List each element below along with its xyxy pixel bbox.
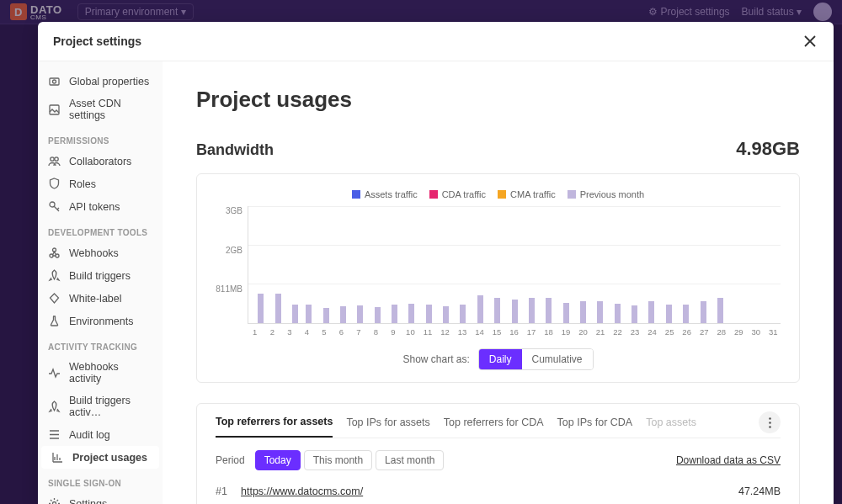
x-tick: 5 [317,327,332,337]
x-tick: 22 [610,327,626,337]
x-tick: 21 [593,327,608,337]
svg-point-4 [55,157,58,161]
bar-previous [615,304,621,323]
bar-day-26 [679,206,693,323]
tab-top-ips-assets[interactable]: Top IPs for assets [346,408,429,437]
tab-top-assets[interactable]: Top assets [646,408,696,437]
bar-previous [340,306,346,323]
nav-asset-cdn-settings[interactable]: Asset CDN settings [38,93,163,126]
svg-point-14 [769,422,771,424]
chart-plot [248,206,781,324]
bar-previous [580,301,586,323]
nav-white-label[interactable]: White-label [38,287,163,310]
page-title: Project usages [196,87,800,113]
project-settings-modal: Project settings Global propertiesAsset … [38,22,834,504]
x-tick: 2 [265,327,280,337]
x-tick: 15 [489,327,504,337]
bar-day-28 [713,206,727,323]
x-tick: 13 [455,327,470,337]
referrer-url-link[interactable]: https://www.datocms.com/ [241,485,738,497]
legend-cma: CMA traffic [498,189,556,199]
tab-top-referrers-cda[interactable]: Top referrers for CDA [444,408,544,437]
nav-build-triggers[interactable]: Build triggers [38,264,163,287]
bar-day-29 [730,206,744,323]
bar-day-25 [662,206,676,323]
close-icon[interactable] [802,33,818,50]
bar-day-9 [387,206,402,323]
bar-day-11 [422,206,436,323]
nav-project-usages[interactable]: Project usages [41,446,159,469]
bar-previous [375,307,381,323]
bar-day-6 [336,206,350,323]
period-this-month[interactable]: This month [304,450,372,470]
x-tick: 27 [696,327,711,337]
x-tick: 17 [524,327,539,337]
x-tick: 8 [369,327,384,337]
settings-nav: Global propertiesAsset CDN settingsPERMI… [38,61,163,504]
toggle-daily[interactable]: Daily [479,349,522,369]
bar-day-2 [267,206,281,323]
nav-webhooks-activity[interactable]: Webhooks activity [38,356,163,390]
bar-previous [443,306,449,323]
x-tick: 20 [576,327,591,337]
bandwidth-header: Bandwidth 4.98GB [196,138,800,160]
bar-previous [666,305,672,323]
svg-point-3 [51,157,54,161]
activity-icon [48,367,61,379]
toggle-cumulative[interactable]: Cumulative [522,349,593,369]
bar-previous [683,305,689,323]
x-tick: 25 [662,327,677,337]
bar-previous [563,303,569,323]
bar-day-20 [576,206,590,323]
svg-point-15 [769,426,771,428]
nav-build-triggers-activ-[interactable]: Build triggers activ… [38,390,163,423]
bar-previous [632,305,637,323]
x-tick: 6 [334,327,349,337]
x-tick: 12 [438,327,453,337]
camera-icon [48,75,61,88]
bar-day-5 [318,206,333,323]
tab-top-referrers-assets[interactable]: Top referrers for assets [216,407,333,438]
row-size: 47.24MB [738,485,781,497]
nav-webhooks[interactable]: Webhooks [38,241,163,264]
row-rank: #1 [216,485,241,497]
bar-day-8 [370,206,385,323]
period-today[interactable]: Today [255,450,301,470]
more-icon[interactable] [759,411,781,433]
nav-section-activity: ACTIVITY TRACKING [38,332,163,356]
nav-api-tokens[interactable]: API tokens [38,195,163,218]
nav-roles[interactable]: Roles [38,172,163,195]
x-tick: 11 [420,327,435,337]
bar-previous [546,298,552,323]
bar-day-3 [285,206,299,323]
bar-previous [323,308,329,323]
bar-previous [701,301,706,323]
download-csv-link[interactable]: Download data as CSV [676,454,781,466]
bar-previous [357,305,363,323]
svg-point-8 [53,248,56,252]
bar-day-10 [404,206,418,323]
x-tick: 29 [731,327,746,337]
chart-mode-toggle: Daily Cumulative [478,348,594,370]
referrer-tabs: Top referrers for assets Top IPs for ass… [216,407,781,438]
bar-day-30 [747,206,761,323]
nav-settings[interactable]: Settings [38,492,163,504]
x-tick: 30 [749,327,764,337]
nav-section-dev: DEVELOPMENT TOOLS [38,218,163,241]
tab-top-ips-cda[interactable]: Top IPs for CDA [557,408,633,437]
rocket-icon [48,269,61,282]
bar-day-31 [765,206,779,323]
period-last-month[interactable]: Last month [376,450,444,470]
users-icon [48,155,61,167]
referrers-card: Top referrers for assets Top IPs for ass… [196,403,800,504]
nav-global-properties[interactable]: Global properties [38,70,163,93]
nav-section-sso: SINGLE SIGN-ON [38,469,163,492]
svg-rect-0 [50,78,59,85]
nav-environments[interactable]: Environments [38,310,163,332]
bar-previous [512,300,518,323]
asset-icon [48,103,61,116]
bar-day-4 [301,206,316,323]
x-tick: 31 [765,327,781,337]
nav-collaborators[interactable]: Collaborators [38,150,163,172]
nav-audit-log[interactable]: Audit log [38,423,163,446]
